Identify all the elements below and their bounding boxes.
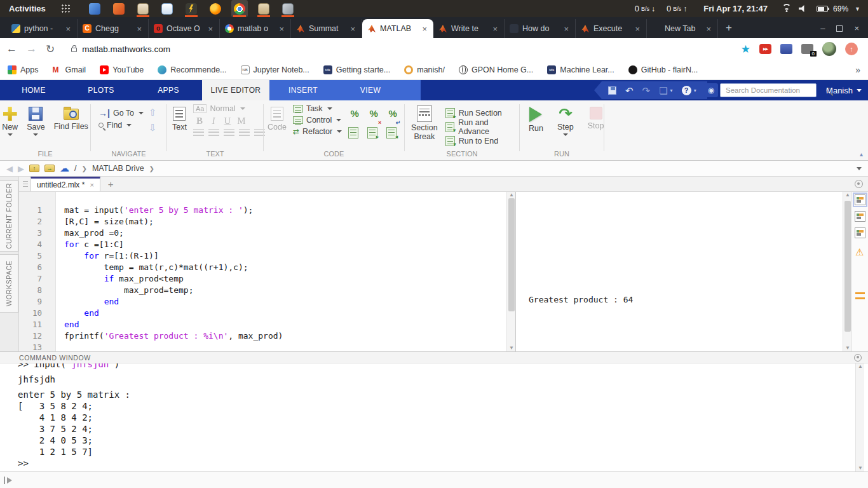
run-and-advance-button[interactable]: ▾ Run and Advance: [445, 121, 519, 133]
adblock-extension-icon[interactable]: 0: [801, 44, 813, 54]
wrap-comments-button[interactable]: %↵: [386, 108, 399, 125]
activities-button[interactable]: Activities: [0, 4, 55, 13]
extension-blue-icon[interactable]: [780, 44, 792, 54]
extension-red-icon[interactable]: [759, 44, 771, 54]
close-tab-icon[interactable]: ×: [64, 24, 72, 34]
current-folder-tab[interactable]: CURRENT FOLDER: [0, 180, 18, 252]
bookmark-item[interactable]: GitHub - flairN...: [628, 65, 698, 74]
bookmark-item[interactable]: Apps: [8, 65, 39, 74]
firefox-icon[interactable]: [207, 0, 224, 17]
find-button[interactable]: Find: [98, 121, 144, 130]
close-tab-icon[interactable]: ×: [349, 24, 356, 34]
system-menu-caret-icon[interactable]: ▼: [855, 6, 860, 12]
control-caret-icon[interactable]: [336, 119, 341, 121]
doc-search-box[interactable]: [720, 83, 817, 97]
output-equals-icon[interactable]: [855, 292, 865, 299]
folder-go-icon[interactable]: [44, 165, 55, 172]
code-line[interactable]: 12fprintf('Greatest product : %i\n', max…: [19, 330, 506, 342]
run-section-button[interactable]: ▸ Run Section: [445, 107, 519, 119]
text-button[interactable]: Text: [172, 107, 187, 139]
find-next-icon[interactable]: ⇩: [149, 122, 157, 133]
browser-tab[interactable]: MATLAB×: [362, 19, 433, 38]
account-circle-icon[interactable]: [704, 83, 718, 97]
code-line[interactable]: 7 if max_prod<temp: [19, 273, 506, 285]
bookmark-item[interactable]: GPON Home G...: [459, 65, 533, 74]
mail-icon[interactable]: [135, 0, 151, 17]
folder-up-icon[interactable]: [29, 165, 39, 172]
run-button[interactable]: Run: [529, 107, 543, 136]
expand-panel-icon[interactable]: [4, 476, 14, 485]
monospace-button[interactable]: M: [235, 116, 248, 126]
minimize-button[interactable]: –: [820, 24, 825, 33]
chrome-icon[interactable]: [231, 0, 248, 17]
step-caret-icon[interactable]: [563, 133, 568, 136]
code-line[interactable]: 10 end: [19, 308, 506, 319]
user-menu[interactable]: Manish: [826, 80, 862, 100]
refactor-button[interactable]: ⇄ Refactor: [293, 127, 342, 136]
run-to-end-button[interactable]: ▾ Run to End: [445, 135, 519, 147]
layers-icon[interactable]: ❏: [659, 86, 667, 95]
control-button[interactable]: Control: [293, 116, 342, 125]
command-window-options-icon[interactable]: [854, 354, 862, 362]
step-button[interactable]: ↷ Step: [557, 107, 574, 136]
output-right-view-icon[interactable]: [855, 211, 865, 222]
forward-button[interactable]: →: [26, 43, 37, 55]
browser-tab[interactable]: python -×: [6, 19, 78, 38]
align-center-button[interactable]: [239, 129, 250, 137]
editor-scrollbar[interactable]: ▲ ▼: [506, 192, 515, 351]
bookmark-item[interactable]: Recommende...: [158, 65, 226, 74]
package-icon[interactable]: [280, 0, 296, 17]
editor-options-icon[interactable]: [855, 180, 863, 188]
lock-icon[interactable]: [71, 48, 77, 52]
lightning-icon[interactable]: [183, 0, 200, 17]
scroll-up-icon[interactable]: ▲: [507, 192, 516, 198]
close-tab-icon[interactable]: ×: [135, 24, 143, 34]
text-style-caret-icon[interactable]: [240, 107, 245, 110]
browser-tab[interactable]: How do×: [505, 19, 576, 38]
command-window-header[interactable]: COMMAND WINDOW: [0, 351, 868, 363]
toolstrip-tab-apps[interactable]: APPS: [135, 80, 202, 100]
files-icon[interactable]: [86, 0, 103, 17]
nav-forward-icon[interactable]: ▶: [18, 164, 24, 173]
app-grid-icon[interactable]: [61, 4, 71, 14]
goto-button[interactable]: →| Go To: [98, 108, 144, 118]
scroll-up-icon[interactable]: ▲: [843, 192, 852, 198]
output-inline-view-icon[interactable]: [855, 194, 865, 205]
code-line[interactable]: 1mat = input('enter 5 by 5 matrix : ');: [19, 205, 506, 216]
toolstrip-tab-home[interactable]: HOME: [0, 80, 67, 100]
bookmarks-overflow-chevron[interactable]: »: [855, 65, 860, 75]
save-button[interactable]: Save: [27, 107, 45, 136]
find-caret-icon[interactable]: [126, 124, 132, 126]
undo-icon[interactable]: ↶: [625, 86, 634, 95]
code-line[interactable]: 13: [19, 342, 506, 351]
restore-button[interactable]: [836, 25, 843, 32]
matlab-drive-cloud-icon[interactable]: ☁: [60, 163, 69, 174]
quick-save-icon[interactable]: [608, 86, 616, 95]
indent-right-button[interactable]: ▸: [367, 127, 377, 139]
section-break-button[interactable]: Section Break: [411, 105, 438, 149]
hide-code-view-icon[interactable]: [855, 227, 865, 238]
profile-avatar[interactable]: [822, 42, 836, 56]
browser-tab[interactable]: Write te×: [433, 19, 505, 38]
close-window-button[interactable]: ×: [854, 24, 859, 33]
reload-button[interactable]: ↻: [46, 43, 55, 56]
nav-back-icon[interactable]: ◀: [6, 164, 13, 173]
user-name[interactable]: Manish: [826, 86, 853, 95]
code-line[interactable]: 5 for r=[1:(R-1)]: [19, 250, 506, 262]
close-tab-icon[interactable]: ×: [278, 24, 285, 34]
close-tab-icon[interactable]: ×: [491, 24, 499, 34]
browser-update-icon[interactable]: [845, 43, 858, 55]
close-document-icon[interactable]: ×: [90, 181, 93, 189]
breadcrumb-root[interactable]: /: [74, 164, 76, 173]
code-line[interactable]: 8 max_prod=temp;: [19, 285, 506, 296]
archive-icon[interactable]: [255, 0, 272, 17]
numbered-list-button[interactable]: [208, 129, 219, 137]
scroll-down-icon[interactable]: ▼: [507, 345, 516, 351]
help-caret-icon[interactable]: ▾: [694, 88, 696, 93]
browser-tab[interactable]: New Tab×: [647, 19, 718, 38]
underline-button[interactable]: U: [221, 116, 234, 126]
refactor-caret-icon[interactable]: [337, 130, 342, 133]
browser-tab[interactable]: Octave O×: [149, 19, 220, 38]
close-tab-icon[interactable]: ×: [562, 24, 570, 34]
collapse-ribbon-icon[interactable]: ▴: [860, 151, 863, 158]
